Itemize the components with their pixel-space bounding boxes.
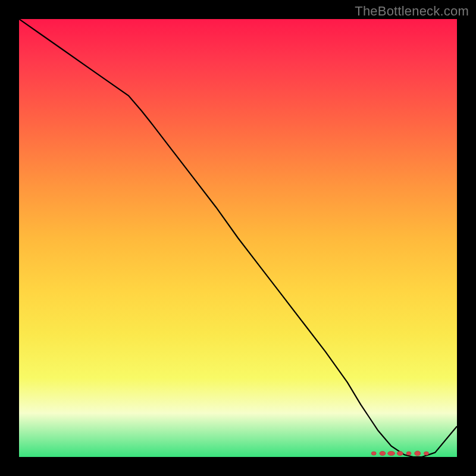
svg-point-0 — [371, 452, 376, 455]
bottleneck-curve — [19, 19, 457, 457]
svg-point-4 — [406, 452, 411, 455]
optimal-markers — [371, 451, 428, 456]
svg-point-2 — [388, 452, 395, 456]
chart-container: TheBottleneck.com — [0, 0, 476, 476]
svg-point-1 — [380, 452, 386, 456]
svg-point-3 — [397, 452, 403, 456]
svg-point-6 — [424, 452, 428, 455]
plot-svg — [19, 19, 457, 457]
svg-point-5 — [415, 451, 421, 456]
watermark-text: TheBottleneck.com — [355, 4, 469, 19]
